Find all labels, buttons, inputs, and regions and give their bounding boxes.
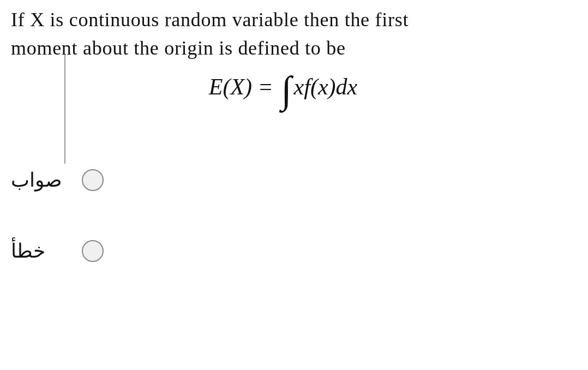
formula-container: E(X) = ∫ xf(x)dx [11,68,577,106]
formula: E(X) = ∫ xf(x)dx [209,68,357,106]
option-correct-row: صواب [11,164,104,196]
option-wrong-row: خطأ [11,235,104,267]
option-wrong-label: خطأ [11,240,45,262]
integral-symbol: ∫ [281,71,291,109]
options-section: صواب خطأ [11,164,104,267]
option-correct-radio[interactable] [82,169,104,191]
option-wrong-radio[interactable] [82,240,104,262]
formula-rhs: xf(x)dx [294,74,358,100]
question-text: If X is continuous random variable then … [11,5,577,62]
vertical-divider [64,55,65,164]
page-container: If X is continuous random variable then … [0,0,588,370]
option-correct-label: صواب [11,169,62,192]
question-line2: moment about the origin is defined to be [11,34,577,62]
formula-lhs: E(X) = [209,74,279,100]
question-line1: If X is continuous random variable then … [11,5,577,34]
